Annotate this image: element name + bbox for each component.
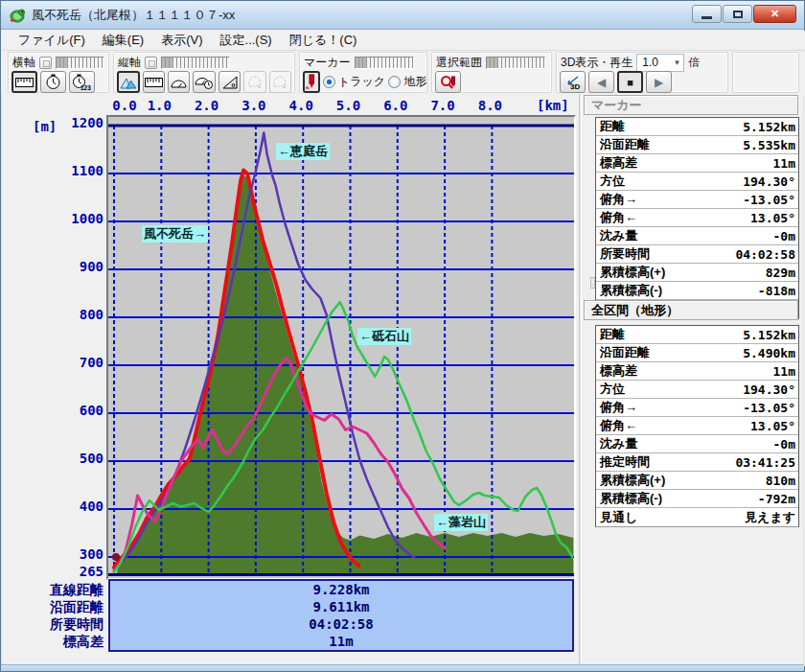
toolbar: 横軸 123 縦軸: [2, 51, 805, 94]
vaxis-extra1-button: 1: [243, 71, 265, 93]
mountain-label: ←恵庭岳: [276, 143, 330, 160]
x-tick-label: 2.0: [193, 98, 221, 113]
x-tick-label: 0.0: [110, 98, 139, 113]
close-button[interactable]: ✕: [753, 5, 796, 23]
row-value: 13.05°: [750, 419, 795, 433]
row-label: 距離: [600, 326, 625, 343]
close-icon: ✕: [770, 8, 779, 20]
table-row: 標高差 11m: [596, 154, 798, 173]
y-tick-label: 500: [44, 451, 104, 466]
selection-zoom-button[interactable]: [435, 71, 461, 93]
selection-range-slider[interactable]: [486, 57, 545, 69]
stop-button[interactable]: ■: [617, 71, 643, 93]
menu-item[interactable]: 表示(V): [152, 30, 211, 51]
row-value: 829m: [766, 266, 795, 280]
window-title: 風不死岳（北尾根）１１１１０７-xx: [32, 7, 235, 24]
vaxis-slope-button[interactable]: [218, 71, 241, 93]
marker-panel-table: 距離 5.152km 沿面距離 5.535km 標高差 11m 方位: [595, 117, 799, 319]
speed-combobox[interactable]: 1.0 ▼: [636, 54, 684, 72]
summary-label: 標高差: [8, 633, 104, 650]
row-label: 俯角→: [600, 191, 637, 208]
app-window: 風不死岳（北尾根）１１１１０７-xx ✕ ファイル(F)編集(E)表示(V)設定…: [0, 0, 805, 672]
row-label: 累積標高(+): [600, 264, 665, 281]
row-value: 03:41:25: [735, 455, 795, 470]
menu-bar: ファイル(F)編集(E)表示(V)設定...(S)閉じる！(C): [2, 31, 805, 51]
dropdown-arrow-icon[interactable]: ▼: [670, 55, 683, 71]
ruler-icon: [15, 78, 34, 87]
row-label: 距離: [600, 118, 625, 135]
row-value: 11m: [773, 364, 795, 379]
summary-label: 所要時間: [8, 615, 104, 633]
row-label: 所要時間: [600, 245, 650, 263]
minimize-button[interactable]: [692, 5, 722, 23]
menu-item[interactable]: ファイル(F): [10, 30, 94, 51]
menu-item[interactable]: 設定...(S): [212, 30, 281, 51]
marker-track-radio[interactable]: トラック: [323, 74, 385, 90]
marker-position-slider[interactable]: [355, 57, 414, 69]
menu-item[interactable]: 編集(E): [94, 30, 152, 51]
menu-item[interactable]: 閉じる！(C): [281, 30, 366, 51]
vaxis-toggle[interactable]: [145, 57, 157, 69]
toolbar-spacer: [732, 52, 799, 93]
step-back-button[interactable]: ◀: [588, 71, 614, 93]
3d-view-button[interactable]: 3D: [560, 71, 586, 93]
y-tick-label: 900: [44, 259, 104, 274]
y-tick-label: 300: [44, 546, 104, 562]
speed-value: 1.0: [637, 56, 670, 69]
table-row: 俯角→ -13.05°: [596, 191, 798, 209]
row-value: 13.05°: [750, 211, 795, 225]
elevation-profile-plot[interactable]: ←恵庭岳風不死岳→←砥石山←藻岩山: [106, 115, 576, 580]
haxis-scale-slider[interactable]: [56, 57, 104, 69]
app-icon: [9, 7, 26, 24]
marker-pen-button[interactable]: [303, 71, 320, 93]
gauge-icon: [170, 77, 188, 88]
ruler-icon: [145, 78, 163, 87]
summary-value: 9.611km: [110, 598, 572, 615]
x-tick-label: 6.0: [381, 98, 410, 113]
marker-terrain-label: 地形: [403, 74, 426, 90]
summary-label: 沿面距離: [8, 598, 104, 615]
vaxis-distance-button[interactable]: [143, 71, 165, 93]
vaxis-pace-button[interactable]: [193, 71, 215, 93]
set-square-icon: [222, 76, 238, 89]
ghost-icon-1: 1: [247, 75, 263, 89]
haxis-time-button[interactable]: [40, 71, 66, 93]
vaxis-elevation-button[interactable]: [117, 71, 140, 93]
row-label: 標高差: [600, 154, 637, 172]
section-panel-table: 距離 5.152km 沿面距離 5.490km 標高差 11m 方位: [595, 325, 799, 527]
play-forward-button[interactable]: ▶: [646, 71, 672, 93]
section-panel-header: 全区間（地形）: [584, 300, 798, 320]
vaxis-label: 縦軸: [118, 55, 141, 71]
table-row: 所要時間 04:02:58: [596, 245, 798, 264]
row-value: 194.30°: [743, 174, 795, 189]
row-label: 累積標高(-): [600, 282, 662, 299]
table-row: 方位 194.30°: [596, 173, 798, 191]
table-row: 累積標高(+) 810m: [596, 472, 798, 490]
panel-scroll-grip[interactable]: [590, 277, 595, 289]
speed-unit-label: 倍: [688, 55, 700, 71]
table-row: 累積標高(-) -818m: [596, 282, 798, 300]
haxis-distance-button[interactable]: [12, 71, 37, 93]
y-tick-label: 700: [44, 355, 104, 370]
title-bar[interactable]: 風不死岳（北尾根）１１１１０７-xx ✕: [1, 1, 804, 30]
info-panel: マーカー 距離 5.152km 沿面距離 5.535km 標高差: [583, 94, 803, 666]
haxis-number-button[interactable]: 123: [69, 71, 95, 93]
row-value: -13.05°: [743, 401, 795, 415]
vaxis-speed-button[interactable]: [168, 71, 190, 93]
vaxis-scale-slider[interactable]: [161, 57, 230, 69]
table-row: 沿面距離 5.490km: [596, 344, 798, 362]
row-label: 沿面距離: [600, 344, 650, 361]
row-value: 11m: [773, 156, 795, 171]
marker-terrain-radio[interactable]: 地形: [388, 74, 426, 90]
panel-splitter[interactable]: [579, 94, 582, 666]
gauge-clock-icon: [195, 75, 214, 89]
table-row: 推定時間 03:41:25: [596, 453, 798, 472]
selection-label: 選択範囲: [436, 55, 482, 71]
haxis-toggle[interactable]: [39, 57, 52, 69]
x-tick-label: 4.0: [287, 98, 315, 113]
table-row: 距離 5.152km: [596, 326, 798, 344]
summary-box: 9.228km9.611km04:02:5811m: [108, 579, 574, 652]
restore-button[interactable]: [723, 5, 752, 23]
table-row: 方位 194.30°: [596, 381, 798, 399]
play-forward-icon: ▶: [655, 76, 663, 89]
